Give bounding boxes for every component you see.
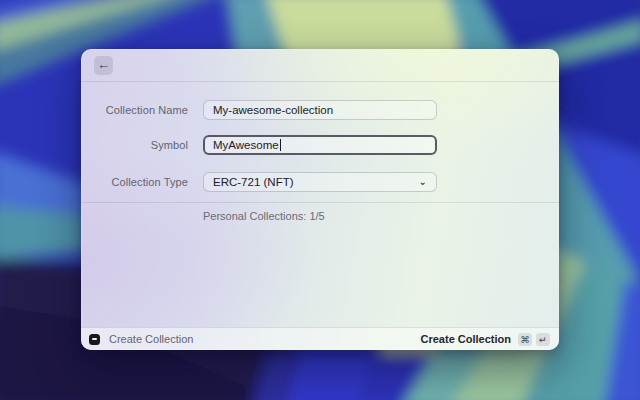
window-header: ←: [81, 49, 559, 82]
symbol-label: Symbol: [81, 135, 188, 155]
primary-action-button[interactable]: Create Collection ⌘ ↵: [421, 333, 550, 346]
extension-icon: [89, 334, 100, 345]
back-button[interactable]: ←: [94, 56, 113, 75]
command-title: Create Collection: [109, 333, 193, 345]
collection-type-label: Collection Type: [81, 172, 188, 192]
collection-name-label: Collection Name: [81, 100, 188, 120]
collection-name-input[interactable]: My-awesome-collection: [203, 100, 437, 120]
collection-type-dropdown[interactable]: ERC-721 (NFT) ⌄: [203, 172, 437, 192]
form-row-collection-name: Collection Name My-awesome-collection: [81, 100, 559, 120]
chevron-down-icon: ⌄: [419, 176, 427, 187]
primary-action-label: Create Collection: [421, 333, 511, 345]
enter-key-icon: ↵: [536, 333, 550, 346]
back-arrow-icon: ←: [97, 56, 110, 74]
command-info: Create Collection: [89, 333, 193, 345]
create-collection-window: ← Collection Name My-awesome-collection …: [81, 49, 559, 350]
collection-name-value: My-awesome-collection: [213, 104, 333, 116]
symbol-input[interactable]: MyAwesome: [203, 135, 437, 155]
collection-type-value: ERC-721 (NFT): [213, 176, 294, 188]
form-row-symbol: Symbol MyAwesome: [81, 135, 559, 155]
action-bar: Create Collection Create Collection ⌘ ↵: [81, 327, 559, 350]
text-caret: [280, 139, 282, 151]
form-row-collection-type: Collection Type ERC-721 (NFT) ⌄: [81, 172, 559, 192]
dash-glyph: [92, 338, 97, 340]
symbol-value: MyAwesome: [213, 139, 279, 151]
cmd-key-icon: ⌘: [518, 333, 532, 346]
form-area: Collection Name My-awesome-collection Sy…: [81, 82, 559, 327]
section-divider: [81, 202, 559, 203]
collections-count-text: Personal Collections: 1/5: [203, 209, 559, 223]
